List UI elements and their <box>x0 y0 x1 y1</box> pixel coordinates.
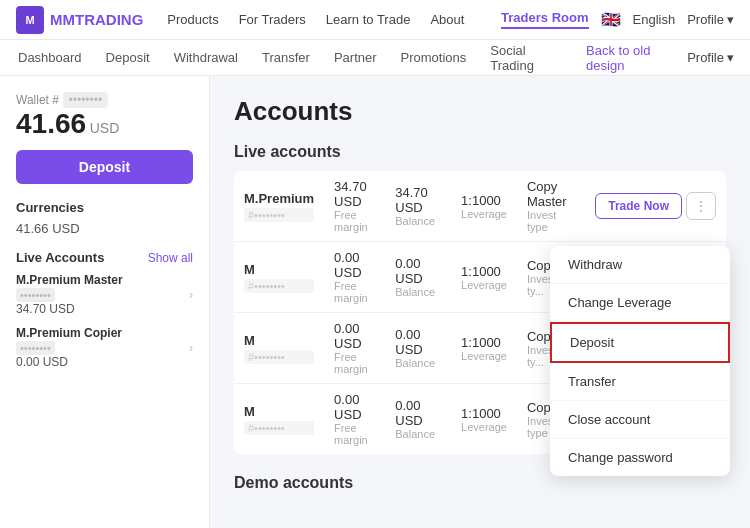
currencies-label: Currencies <box>16 200 193 215</box>
trade-now-button[interactable]: Trade Now <box>595 193 682 219</box>
nav-dashboard[interactable]: Dashboard <box>16 50 84 65</box>
nav-promotions[interactable]: Promotions <box>399 50 469 65</box>
nav-products[interactable]: Products <box>167 12 218 27</box>
account-name-cell: M.Premium #•••••••• <box>234 171 324 242</box>
free-margin-cell: 0.00 USD Free margin <box>324 242 385 313</box>
page-title: Accounts <box>234 96 726 127</box>
nav-social-trading[interactable]: Social Trading <box>488 43 566 73</box>
sidebar-account-premium-master[interactable]: M.Premium Master •••••••• 34.70 USD › <box>16 273 193 316</box>
balance-cell: 0.00 USD Balance <box>385 384 451 455</box>
dropdown-change-password[interactable]: Change password <box>550 439 730 476</box>
second-nav: Dashboard Deposit Withdrawal Transfer Pa… <box>0 40 750 76</box>
profile-nav-button[interactable]: Profile ▾ <box>687 50 734 65</box>
top-nav-links: Products For Traders Learn to Trade Abou… <box>167 12 464 27</box>
wallet-number: •••••••• <box>63 92 109 108</box>
free-margin-cell: 0.00 USD Free margin <box>324 313 385 384</box>
account-name-cell: M #•••••••• <box>234 384 324 455</box>
free-margin-cell: 0.00 USD Free margin <box>324 384 385 455</box>
language-label[interactable]: English <box>633 12 676 27</box>
live-accounts-section-title: Live accounts <box>234 143 726 161</box>
live-accounts-label: Live Accounts <box>16 250 104 265</box>
account-balance: 34.70 USD <box>16 302 123 316</box>
currencies-amount: 41.66 USD <box>16 221 193 236</box>
sidebar-account-premium-copier[interactable]: M.Premium Copier •••••••• 0.00 USD › <box>16 326 193 369</box>
sidebar: Wallet # •••••••• 41.66 USD Deposit Curr… <box>0 76 210 528</box>
dropdown-change-leverage[interactable]: Change Leverage <box>550 284 730 322</box>
chevron-down-icon: ▾ <box>727 12 734 27</box>
flag-icon: 🇬🇧 <box>601 10 621 29</box>
main-content: Accounts Live accounts M.Premium #••••••… <box>210 76 750 528</box>
nav-deposit[interactable]: Deposit <box>104 50 152 65</box>
profile-chevron-icon: ▾ <box>727 50 734 65</box>
wallet-label: Wallet # <box>16 93 59 107</box>
chevron-right-icon: › <box>189 288 193 302</box>
invest-type-cell: Copy Master Invest type <box>517 171 585 242</box>
show-all-link[interactable]: Show all <box>148 251 193 265</box>
dropdown-deposit[interactable]: Deposit <box>550 322 730 363</box>
traders-room-link[interactable]: Traders Room <box>501 10 588 29</box>
back-old-design-link[interactable]: Back to old design <box>586 43 675 73</box>
free-margin-cell: 34.70 USD Free margin <box>324 171 385 242</box>
chevron-right-icon: › <box>189 341 193 355</box>
dropdown-withdraw[interactable]: Withdraw <box>550 246 730 284</box>
demo-accounts-section: Demo accounts <box>234 474 726 492</box>
account-name: M.Premium Master <box>16 273 123 287</box>
balance-cell: 0.00 USD Balance <box>385 242 451 313</box>
balance-cell: 0.00 USD Balance <box>385 313 451 384</box>
nav-withdrawal[interactable]: Withdrawal <box>172 50 240 65</box>
sec-nav-right: Back to old design Profile ▾ <box>586 43 734 73</box>
table-row: M.Premium #•••••••• 34.70 USD Free margi… <box>234 171 726 242</box>
balance-cell: 34.70 USD Balance <box>385 171 451 242</box>
nav-for-traders[interactable]: For Traders <box>239 12 306 27</box>
leverage-cell: 1:1000 Leverage <box>451 171 517 242</box>
leverage-cell: 1:1000 Leverage <box>451 313 517 384</box>
nav-about[interactable]: About <box>430 12 464 27</box>
dropdown-close-account[interactable]: Close account <box>550 401 730 439</box>
top-nav: M MMTRADING Products For Traders Learn t… <box>0 0 750 40</box>
logo-text: MMTRADING <box>50 11 143 28</box>
account-name-cell: M #•••••••• <box>234 313 324 384</box>
nav-learn[interactable]: Learn to Trade <box>326 12 411 27</box>
wallet-currency: USD <box>90 120 120 136</box>
actions-cell: Trade Now ⋮ <box>585 171 726 242</box>
more-options-button[interactable]: ⋮ <box>686 192 716 220</box>
live-accounts-header: Live Accounts Show all <box>16 250 193 265</box>
account-name: M.Premium Copier <box>16 326 122 340</box>
logo-icon: M <box>16 6 44 34</box>
logo: M MMTRADING <box>16 6 143 34</box>
leverage-cell: 1:1000 Leverage <box>451 384 517 455</box>
account-number: •••••••• <box>16 341 55 355</box>
wallet-section: Wallet # •••••••• 41.66 USD <box>16 92 193 140</box>
account-info: M.Premium Master •••••••• 34.70 USD <box>16 273 123 316</box>
account-name-cell: M #•••••••• <box>234 242 324 313</box>
nav-transfer[interactable]: Transfer <box>260 50 312 65</box>
dropdown-transfer[interactable]: Transfer <box>550 363 730 401</box>
main-layout: Wallet # •••••••• 41.66 USD Deposit Curr… <box>0 76 750 528</box>
account-number: •••••••• <box>16 288 55 302</box>
wallet-amount-display: 41.66 USD <box>16 108 193 140</box>
profile-button[interactable]: Profile ▾ <box>687 12 734 27</box>
leverage-cell: 1:1000 Leverage <box>451 242 517 313</box>
nav-partner[interactable]: Partner <box>332 50 379 65</box>
wallet-balance: 41.66 <box>16 108 86 139</box>
demo-accounts-section-title: Demo accounts <box>234 474 726 492</box>
sidebar-deposit-button[interactable]: Deposit <box>16 150 193 184</box>
dropdown-menu: Withdraw Change Leverage Deposit Transfe… <box>550 246 730 476</box>
account-balance: 0.00 USD <box>16 355 122 369</box>
top-right: Traders Room 🇬🇧 English Profile ▾ <box>501 10 734 29</box>
account-info: M.Premium Copier •••••••• 0.00 USD <box>16 326 122 369</box>
